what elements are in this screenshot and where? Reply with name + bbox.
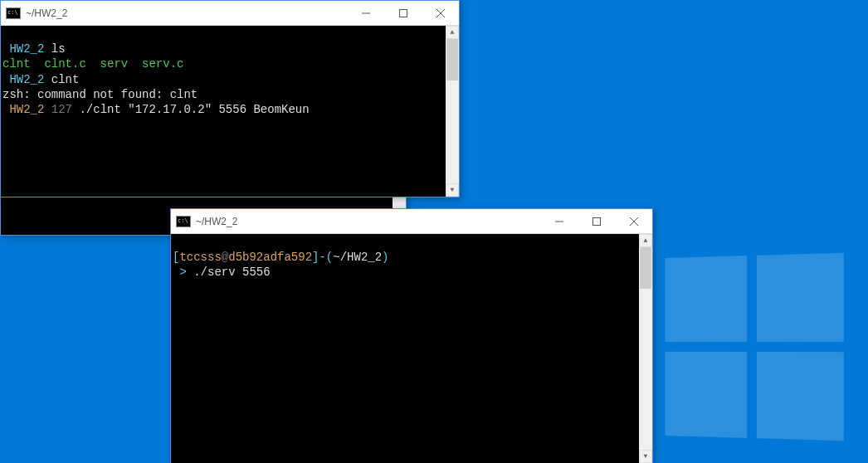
- prompt-dir: HW2_2: [2, 73, 51, 86]
- window-controls: [540, 209, 652, 233]
- titlebar[interactable]: ~/HW2_2: [1, 1, 459, 26]
- scroll-thumb[interactable]: [640, 247, 651, 289]
- scrollbar[interactable]: ▲ ▼: [446, 26, 459, 197]
- prompt-sep: ]-(: [312, 251, 333, 264]
- minimize-button[interactable]: [347, 1, 384, 25]
- maximize-button[interactable]: [578, 209, 615, 233]
- command-text: ./clnt "172.17.0.2" 5556 BeomKeun: [79, 103, 309, 116]
- scroll-track[interactable]: [446, 39, 459, 183]
- command-text: clnt: [51, 73, 80, 86]
- scroll-track[interactable]: [639, 247, 652, 450]
- window-controls: [347, 1, 459, 25]
- ls-output: clnt clnt.c serv serv.c: [2, 57, 183, 71]
- prompt-dir-error: HW2_2: [2, 103, 51, 116]
- prompt-user: tccsss: [179, 251, 221, 264]
- prompt-bracket: ): [382, 251, 388, 264]
- prompt-host: d5b92adfa592: [228, 251, 312, 264]
- scroll-thumb[interactable]: [446, 39, 458, 80]
- title-text: ~/HW2_2: [26, 7, 347, 19]
- close-button[interactable]: [422, 1, 459, 25]
- scroll-up-arrow[interactable]: ▲: [446, 26, 459, 39]
- prompt-dir: HW2_2: [2, 42, 51, 56]
- exit-code: 127: [51, 103, 80, 116]
- terminal-window-2: ~/HW2_2 HW2_2 ls clnt clnt.c serv serv.c…: [0, 0, 460, 197]
- terminal-window-3: ~/HW2_2 [tccsss@d5b92adfa592]-(~/HW2_2) …: [170, 208, 653, 463]
- svg-rect-9: [592, 217, 600, 225]
- minimize-button[interactable]: [540, 209, 578, 233]
- command-text: ls: [51, 42, 66, 56]
- titlebar[interactable]: ~/HW2_2: [171, 209, 652, 234]
- prompt-arrow: >: [173, 266, 193, 279]
- prompt-at: @: [222, 251, 228, 264]
- maximize-button[interactable]: [384, 1, 422, 25]
- close-button[interactable]: [615, 209, 652, 233]
- windows-logo-background: [665, 253, 843, 441]
- command-text: ./serv 5556: [193, 266, 270, 279]
- scrollbar[interactable]: ▲ ▼: [639, 234, 652, 463]
- prompt-path: ~/HW2_2: [333, 251, 382, 264]
- terminal-content[interactable]: [tccsss@d5b92adfa592]-(~/HW2_2) > ./serv…: [171, 234, 652, 463]
- terminal-content[interactable]: HW2_2 ls clnt clnt.c serv serv.c HW2_2 c…: [1, 26, 459, 197]
- scroll-down-arrow[interactable]: ▼: [639, 450, 652, 463]
- scroll-down-arrow[interactable]: ▼: [446, 183, 459, 197]
- scroll-up-arrow[interactable]: ▲: [639, 234, 652, 247]
- terminal-icon: [176, 216, 191, 227]
- terminal-icon: [6, 7, 21, 19]
- title-text: ~/HW2_2: [196, 216, 540, 227]
- error-text: zsh: command not found: clnt: [2, 88, 197, 101]
- svg-rect-5: [399, 9, 407, 17]
